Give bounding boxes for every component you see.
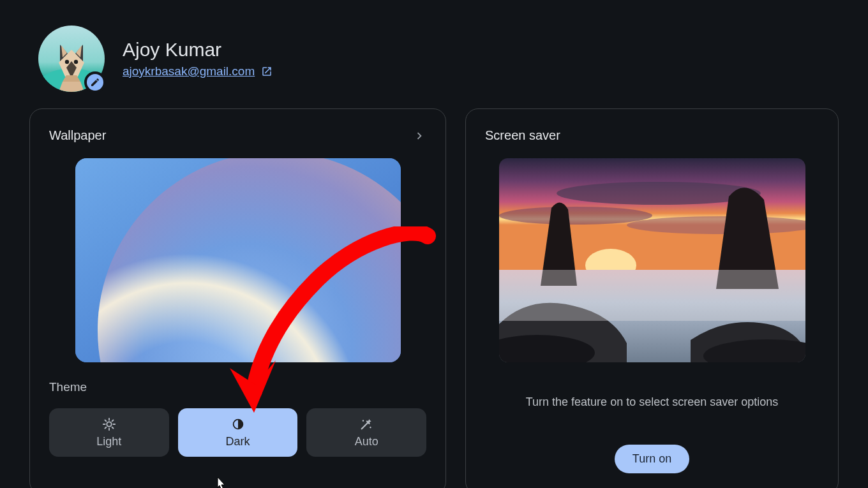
chevron-right-icon	[412, 129, 426, 143]
pencil-icon	[90, 77, 100, 87]
screensaver-preview	[499, 158, 805, 362]
brightness-icon	[102, 417, 116, 431]
profile-header: Ajoy Kumar ajoykrbasak@gmail.com	[0, 0, 868, 92]
svg-line-16	[112, 427, 113, 428]
screensaver-turn-on-button[interactable]: Turn on	[615, 445, 689, 473]
avatar-container[interactable]	[38, 26, 105, 92]
edit-avatar-button[interactable]	[84, 71, 106, 93]
cursor-icon	[213, 476, 228, 488]
theme-label: Theme	[49, 380, 87, 394]
svg-point-10	[107, 422, 111, 426]
profile-name: Ajoy Kumar	[123, 39, 273, 61]
svg-point-4	[74, 60, 78, 64]
wallpaper-theme-card: Wallpaper	[29, 108, 446, 488]
wallpaper-title: Wallpaper	[49, 128, 106, 143]
svg-line-17	[105, 427, 106, 428]
auto-awesome-icon	[359, 417, 373, 431]
profile-email-link[interactable]: ajoykrbasak@gmail.com	[123, 64, 273, 78]
profile-email: ajoykrbasak@gmail.com	[123, 64, 255, 78]
profile-text: Ajoy Kumar ajoykrbasak@gmail.com	[123, 39, 273, 78]
wallpaper-preview[interactable]	[75, 158, 401, 362]
svg-point-20	[363, 420, 364, 421]
open-in-new-icon	[261, 66, 273, 77]
screensaver-header: Screen saver	[485, 128, 819, 143]
svg-point-3	[65, 60, 69, 64]
theme-auto-label: Auto	[355, 435, 378, 448]
theme-options: Light Dark Au	[49, 408, 426, 457]
svg-line-15	[105, 420, 106, 421]
svg-rect-30	[499, 270, 805, 321]
theme-dark-label: Dark	[226, 435, 250, 448]
svg-point-21	[370, 426, 371, 427]
theme-light-label: Light	[96, 435, 121, 448]
svg-line-18	[112, 420, 113, 421]
screensaver-title: Screen saver	[485, 128, 560, 143]
svg-marker-5	[59, 82, 84, 92]
screensaver-card: Screen saver	[465, 108, 839, 488]
theme-option-light[interactable]: Light	[49, 408, 169, 457]
screensaver-description: Turn the feature on to select screen sav…	[526, 396, 779, 409]
contrast-icon	[231, 417, 245, 431]
theme-option-auto[interactable]: Auto	[306, 408, 426, 457]
wallpaper-header[interactable]: Wallpaper	[49, 128, 426, 143]
theme-option-dark[interactable]: Dark	[178, 408, 298, 457]
svg-point-26	[499, 207, 652, 225]
